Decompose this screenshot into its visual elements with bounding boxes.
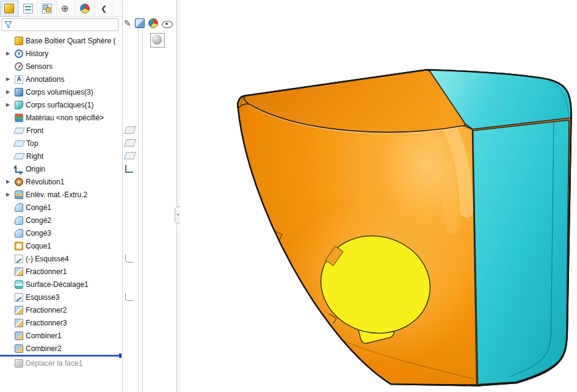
tree-item-combiner1[interactable]: Combiner1 — [0, 329, 122, 342]
filter-input[interactable] — [15, 20, 115, 31]
rollback-bar[interactable] — [0, 355, 122, 357]
fillet-icon — [15, 216, 23, 225]
tree-item-label: Front — [26, 126, 43, 135]
tree-item-corps-surfaciques-1[interactable]: ▶Corps surfaciques(1) — [0, 98, 122, 111]
tree-item-cong-3[interactable]: Congé3 — [0, 227, 122, 239]
collapse-icon: ❮ — [101, 4, 107, 13]
tree-item-cong-2[interactable]: Congé2 — [0, 214, 122, 227]
tab-featuremanager[interactable] — [0, 1, 19, 16]
tab-collapse[interactable]: ❮ — [95, 1, 114, 16]
tree-item-surface-d-calage1[interactable]: Surface-Décalage1 — [0, 278, 122, 291]
tree-item-label: Fractionner1 — [26, 267, 67, 276]
tree-item-label: Fractionner2 — [26, 306, 67, 314]
tree-item-front[interactable]: Front — [0, 124, 122, 137]
tree-item-fractionner1[interactable]: Fractionner1 — [0, 265, 122, 278]
tree-item-label: Annotations — [26, 75, 64, 84]
tree-item-combiner2[interactable]: Combiner2 — [0, 342, 122, 355]
tree-item-fractionner2[interactable]: Fractionner2 — [0, 303, 122, 316]
tree-item-label: Origin — [26, 165, 45, 173]
tree-item-esquisse3[interactable]: Esquisse3 — [0, 291, 122, 303]
origin-icon — [15, 165, 23, 173]
surface-bodies-icon — [15, 101, 23, 109]
tab-configurationmanager[interactable] — [38, 1, 57, 16]
feature-tree-filter — [1, 18, 118, 31]
combine-icon — [15, 344, 23, 353]
tree-root-label: Base Boitier Quart Sphère ( — [26, 37, 115, 45]
fillet-icon — [15, 229, 23, 238]
tree-item-label: Esquisse3 — [26, 293, 59, 302]
edit-icon[interactable] — [124, 18, 131, 28]
solid-bodies-icon — [15, 88, 23, 96]
expand-arrow-icon[interactable]: ▶ — [4, 192, 12, 197]
tree-item-d-placer-la-face1[interactable]: Déplacer la face1 — [0, 357, 122, 369]
history-icon — [15, 49, 23, 58]
tree-item-corps-volumiques-3[interactable]: ▶Corps volumiques(3) — [0, 85, 122, 98]
tree-item-label: Sensors — [26, 62, 53, 71]
tree-item-label: Fractionner3 — [26, 319, 67, 327]
gutter-origin-icon — [125, 165, 133, 173]
tree-item-enl-v-mat-extru-2[interactable]: ▶Enlèv. mat.-Extru.2 — [0, 188, 122, 201]
tree-item-right[interactable]: Right — [0, 150, 122, 162]
tree-item-label: Combiner2 — [26, 344, 62, 353]
tree-item-label: History — [26, 49, 48, 58]
split-icon — [15, 306, 23, 314]
expand-arrow-icon[interactable]: ▶ — [4, 179, 12, 184]
panel-tab-bar: ❮ — [0, 0, 122, 17]
tree-item-top[interactable]: Top — [0, 137, 122, 150]
cut-extrude-icon — [15, 191, 23, 199]
tab-propertymanager[interactable] — [19, 1, 38, 16]
model-canvas[interactable] — [180, 0, 577, 392]
sensors-icon — [15, 62, 23, 71]
tree-item-label: Corps volumiques(3) — [26, 88, 93, 96]
tree-item-label: (-) Esquisse4 — [26, 255, 69, 263]
tree-item-cong-1[interactable]: Congé1 — [0, 201, 122, 214]
tree-item-label: Congé1 — [26, 203, 51, 212]
tree-item-esquisse4[interactable]: (-) Esquisse4 — [0, 252, 122, 265]
tab-displaymanager[interactable] — [76, 1, 95, 16]
tree-item-r-volution1[interactable]: ▶Révolution1 — [0, 175, 122, 188]
model-right-face[interactable] — [473, 120, 570, 385]
tree-item-mat-riau-non-sp-cifi[interactable]: Matériau <non spécifié> — [0, 111, 122, 124]
tree-item-label: Matériau <non spécifié> — [26, 114, 104, 122]
tree-item-origin[interactable]: Origin — [0, 162, 122, 175]
material-icon — [15, 114, 23, 122]
solidworks-window: ❮ Base Boitier Quart Sphère ( ▶HistorySe… — [0, 0, 577, 392]
expand-arrow-icon[interactable]: ▶ — [4, 89, 12, 95]
propertymanager-icon — [23, 4, 33, 13]
split-icon — [15, 319, 23, 327]
tree-gutter — [122, 0, 138, 392]
fillet-icon — [15, 203, 23, 212]
gutter-sketch-icon — [125, 255, 133, 263]
displaymanager-icon — [80, 4, 90, 13]
featuremanager-panel: ❮ Base Boitier Quart Sphère ( ▶HistorySe… — [0, 0, 123, 392]
annotations-icon — [15, 75, 23, 84]
gutter-plane-icon — [124, 152, 136, 159]
tree-item-label: Congé2 — [26, 216, 51, 225]
tree-item-annotations[interactable]: ▶Annotations — [0, 73, 122, 85]
part-icon — [15, 37, 23, 45]
tree-item-sensors[interactable]: Sensors — [0, 60, 122, 73]
sketch-icon — [15, 293, 23, 302]
appearance-swatch[interactable] — [150, 33, 165, 48]
tree-item-label: Congé3 — [26, 229, 51, 238]
appearance-icon[interactable] — [148, 18, 158, 28]
gutter-sketch-icon — [125, 293, 133, 301]
expand-arrow-icon[interactable]: ▶ — [4, 76, 12, 82]
tab-dimxpertmanager[interactable] — [57, 1, 76, 16]
plane-icon — [13, 140, 25, 147]
configurationmanager-icon — [42, 4, 52, 13]
graphics-viewport[interactable] — [180, 0, 577, 392]
expand-arrow-icon[interactable]: ▶ — [4, 102, 12, 107]
panel-separator-line-2 — [142, 16, 143, 392]
visibility-icon[interactable] — [162, 21, 173, 28]
shell-icon — [15, 242, 23, 250]
displaymode-icon[interactable] — [135, 18, 145, 28]
expand-arrow-icon[interactable]: ▶ — [4, 51, 12, 56]
tree-item-history[interactable]: ▶History — [0, 47, 122, 60]
sketch-icon — [15, 255, 23, 263]
tree-item-label: Déplacer la face1 — [26, 359, 82, 368]
tree-item-fractionner3[interactable]: Fractionner3 — [0, 316, 122, 329]
tree-item-label: Révolution1 — [26, 178, 64, 186]
tree-item-root[interactable]: Base Boitier Quart Sphère ( — [0, 34, 122, 47]
tree-item-coque1[interactable]: Coque1 — [0, 239, 122, 252]
